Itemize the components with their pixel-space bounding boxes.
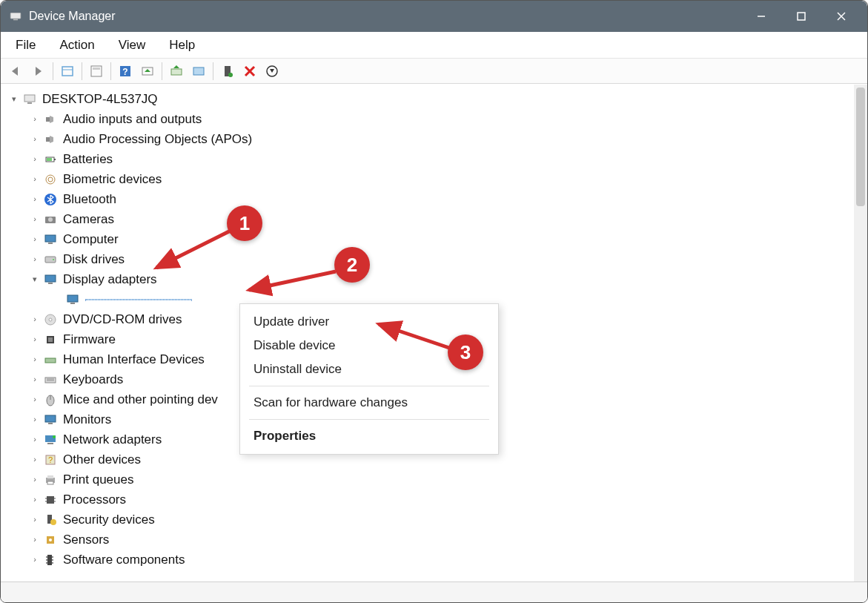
chevron-right-icon[interactable]: › xyxy=(29,433,41,447)
chevron-down-icon[interactable]: ▾ xyxy=(29,273,41,286)
speaker-icon xyxy=(42,131,59,148)
chevron-right-icon[interactable]: › xyxy=(29,413,41,426)
ctx-scan-hardware[interactable]: Scan for hardware changes xyxy=(240,391,498,415)
menu-view[interactable]: View xyxy=(108,35,156,56)
menu-bar: File Action View Help xyxy=(1,32,867,59)
ctx-update-driver[interactable]: Update driver xyxy=(240,310,498,334)
chevron-right-icon[interactable]: › xyxy=(29,513,41,527)
svg-rect-58 xyxy=(48,423,53,424)
scan-hardware-button[interactable] xyxy=(188,61,210,82)
disable-device-button[interactable] xyxy=(239,61,261,82)
unknown-icon: ? xyxy=(42,452,59,468)
show-hidden-button[interactable] xyxy=(56,61,79,82)
action-button[interactable] xyxy=(136,61,159,82)
tree-item[interactable]: ›Print queues xyxy=(8,469,867,490)
vertical-scrollbar[interactable] xyxy=(854,85,867,581)
chevron-right-icon[interactable]: › xyxy=(29,253,41,266)
tree-item[interactable]: ›Sensors xyxy=(8,530,867,550)
chevron-right-icon[interactable]: › xyxy=(29,373,41,386)
svg-rect-16 xyxy=(171,69,182,75)
svg-rect-43 xyxy=(45,275,56,282)
component-icon xyxy=(42,552,59,568)
uninstall-device-button[interactable] xyxy=(261,61,283,82)
chip-icon xyxy=(42,332,59,348)
tree-item[interactable]: ›Batteries xyxy=(8,149,867,169)
menu-help[interactable]: Help xyxy=(159,35,205,56)
tree-item-label: Disk drives xyxy=(63,249,125,269)
svg-rect-32 xyxy=(54,159,56,160)
ctx-divider xyxy=(249,419,489,420)
tree-item-label: Software components xyxy=(63,550,185,570)
svg-text:?: ? xyxy=(122,67,127,77)
tree-item-label: Human Interface Devices xyxy=(63,349,205,369)
svg-rect-45 xyxy=(67,295,78,302)
chevron-right-icon[interactable]: › xyxy=(29,493,41,507)
chevron-right-icon[interactable]: › xyxy=(29,313,41,326)
tree-item[interactable]: ›Security devices xyxy=(8,510,867,530)
menu-file[interactable]: File xyxy=(5,35,46,56)
chevron-right-icon[interactable]: › xyxy=(29,233,41,246)
monitor-icon xyxy=(42,231,59,248)
svg-rect-60 xyxy=(47,443,53,444)
tree-item[interactable]: ▾Display adapters xyxy=(8,269,867,289)
close-button[interactable] xyxy=(821,1,861,32)
chevron-right-icon[interactable]: › xyxy=(29,333,41,346)
chevron-right-icon[interactable]: › xyxy=(29,393,41,406)
tree-item[interactable]: ›Disk drives xyxy=(8,249,867,269)
forward-button[interactable] xyxy=(27,61,50,82)
tree-item[interactable]: ›Software components xyxy=(8,550,867,570)
tree-item[interactable]: ›Biometric devices xyxy=(8,169,867,189)
tree-item[interactable]: ›Audio inputs and outputs xyxy=(8,109,867,129)
tree-item[interactable]: ›Bluetooth xyxy=(8,189,867,209)
maximize-button[interactable] xyxy=(781,1,821,32)
back-button[interactable] xyxy=(5,61,27,82)
svg-rect-33 xyxy=(47,158,52,161)
chevron-right-icon[interactable]: › xyxy=(29,113,41,126)
chevron-right-icon[interactable]: › xyxy=(29,213,41,226)
tree-item[interactable]: ›Computer xyxy=(8,229,867,249)
enable-device-button[interactable] xyxy=(216,61,239,82)
tree-item[interactable]: ›Audio Processing Objects (APOs) xyxy=(8,129,867,149)
tree-root[interactable]: ▾ DESKTOP-4L537JQ xyxy=(8,89,867,109)
tree-item-label: Cameras xyxy=(63,209,114,229)
svg-rect-76 xyxy=(47,555,52,565)
tree-item[interactable]: ›Processors xyxy=(8,490,867,510)
disk-icon xyxy=(42,251,59,268)
svg-rect-39 xyxy=(45,235,56,242)
minimize-button[interactable] xyxy=(741,1,781,32)
properties-button[interactable] xyxy=(85,61,107,82)
monitor-icon xyxy=(42,271,59,288)
mouse-icon xyxy=(42,392,59,408)
tree-item-label: Firmware xyxy=(63,329,116,349)
svg-rect-1 xyxy=(13,19,18,21)
chevron-right-icon[interactable]: › xyxy=(29,353,41,366)
title-bar: Device Manager xyxy=(1,1,867,32)
scrollbar-thumb[interactable] xyxy=(856,88,865,206)
tree-item-label: Network adapters xyxy=(63,429,162,449)
chevron-right-icon[interactable]: › xyxy=(29,473,41,487)
help-button[interactable]: ? xyxy=(114,61,136,82)
tree-item-label: Monitors xyxy=(63,409,111,429)
svg-rect-11 xyxy=(93,67,100,70)
status-bar xyxy=(1,581,867,602)
menu-action[interactable]: Action xyxy=(49,35,105,56)
svg-marker-7 xyxy=(36,67,42,76)
chevron-right-icon[interactable]: › xyxy=(29,193,41,206)
chevron-down-icon[interactable]: ▾ xyxy=(8,93,20,106)
ctx-properties[interactable]: Properties xyxy=(240,424,498,448)
chevron-right-icon[interactable]: › xyxy=(29,453,41,467)
svg-rect-0 xyxy=(10,13,21,19)
monitor-icon xyxy=(42,412,59,428)
chevron-right-icon[interactable]: › xyxy=(29,553,41,567)
svg-text:?: ? xyxy=(48,455,53,464)
chevron-right-icon[interactable]: › xyxy=(29,173,41,186)
chevron-right-icon[interactable]: › xyxy=(29,533,41,547)
chevron-right-icon[interactable]: › xyxy=(29,133,41,146)
bluetooth-icon xyxy=(42,191,59,208)
update-driver-button[interactable] xyxy=(165,61,188,82)
svg-rect-81 xyxy=(52,559,53,561)
tree-item-label: Audio Processing Objects (APOs) xyxy=(63,129,252,149)
chevron-right-icon[interactable]: › xyxy=(29,153,41,166)
cpu-icon xyxy=(42,492,59,508)
tree-item[interactable]: ›Cameras xyxy=(8,209,867,229)
